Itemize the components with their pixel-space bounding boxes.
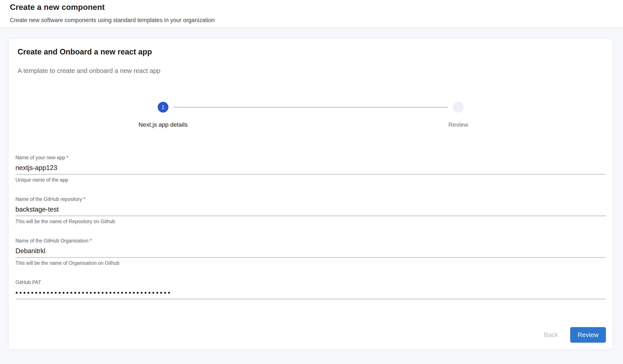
step-1-circle: 1 [158, 102, 168, 112]
card-head: Create and Onboard a new react app A tem… [15, 47, 606, 74]
page-content: Create and Onboard a new react app A tem… [0, 28, 623, 349]
page-header: Create a new component Create new softwa… [0, 0, 623, 28]
step-2-label: Review [448, 122, 468, 128]
github-pat-label: GitHub PAT [15, 279, 606, 285]
github-pat-input[interactable] [15, 289, 606, 299]
back-button[interactable]: Back [542, 328, 560, 342]
card-subtitle: A template to create and onboard a new r… [18, 67, 604, 74]
github-organisation-input[interactable] [15, 247, 606, 258]
page-title: Create a new component [10, 2, 613, 12]
form-actions: Back Review [15, 327, 606, 343]
review-button[interactable]: Review [570, 327, 606, 343]
scaffolder-form: Name of your new app * Unique name of th… [15, 155, 606, 299]
template-card: Create and Onboard a new react app A tem… [9, 39, 613, 349]
github-organisation-label: Name of the GitHub Organisation * [15, 238, 606, 243]
app-name-input[interactable] [15, 164, 606, 174]
field-github-pat: GitHub PAT [15, 279, 606, 299]
github-repository-label: Name of the GitHub repository * [15, 196, 606, 202]
github-repository-helper: This will be the name of Repository on G… [15, 219, 606, 224]
card-title: Create and Onboard a new react app [18, 47, 604, 56]
app-name-helper: Unique name of the app [15, 177, 606, 183]
github-repository-input[interactable] [15, 205, 606, 216]
app-name-label: Name of your new app * [15, 155, 606, 160]
github-organisation-helper: This will be the name of Organisation on… [15, 260, 606, 266]
stepper-step-review: 2 Review [311, 102, 606, 128]
field-github-repository: Name of the GitHub repository * This wil… [15, 196, 606, 224]
field-app-name: Name of your new app * Unique name of th… [15, 155, 606, 183]
step-1-label: Next.js app details [139, 122, 188, 128]
page-subtitle: Create new software components using sta… [10, 17, 613, 23]
stepper: 1 Next.js app details 2 Review [15, 102, 606, 128]
stepper-connector-line [173, 107, 448, 107]
stepper-step-nextjs-app-details: 1 Next.js app details [15, 102, 311, 128]
field-github-organisation: Name of the GitHub Organisation * This w… [15, 238, 606, 266]
step-2-circle: 2 [453, 102, 464, 112]
